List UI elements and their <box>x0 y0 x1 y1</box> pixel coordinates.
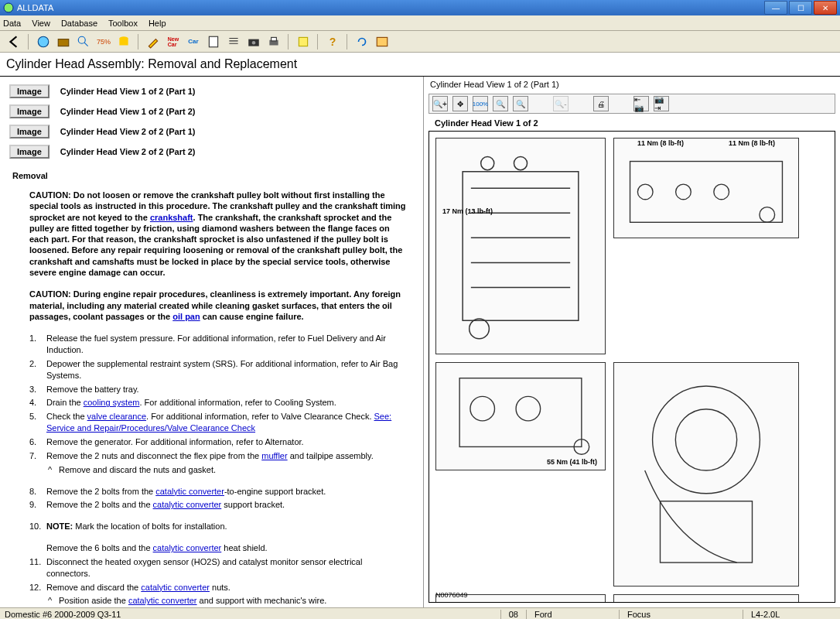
step-12-sub1: Position aside the catalytic converter a… <box>59 595 414 607</box>
prev-image-icon[interactable]: ⇤📷 <box>633 96 649 111</box>
svg-point-18 <box>637 184 653 200</box>
svg-rect-6 <box>209 36 217 47</box>
pencil-icon[interactable] <box>145 34 161 50</box>
maximize-button[interactable]: ☐ <box>789 1 812 15</box>
menu-help[interactable]: Help <box>149 19 166 28</box>
right-pane: Cylinder Head View 1 of 2 (Part 1) 🔍+ ✥ … <box>424 77 840 607</box>
menu-view[interactable]: View <box>32 19 50 28</box>
catalytic-converter-link-4[interactable]: catalytic converter <box>141 583 210 592</box>
catalytic-converter-link-2[interactable]: catalytic converter <box>153 500 222 509</box>
locator-icon[interactable] <box>374 34 390 50</box>
caution-label-2: CAUTION: <box>29 289 71 299</box>
svg-point-14 <box>470 319 490 339</box>
valve-clearance-link[interactable]: valve clearance <box>87 412 146 421</box>
folder-icon[interactable] <box>56 34 71 50</box>
lines-icon[interactable] <box>226 34 241 50</box>
svg-point-0 <box>4 3 13 12</box>
app-icon <box>3 2 14 13</box>
toolbar: 75% NewCar Car ? <box>0 31 840 53</box>
pan-icon[interactable]: ✥ <box>452 96 468 111</box>
new-car-icon[interactable]: NewCar <box>166 34 181 50</box>
image-button-4[interactable]: Image <box>9 145 50 159</box>
note-icon[interactable] <box>295 34 311 50</box>
torque-55nm: 55 Nm (41 lb-ft) <box>547 459 597 467</box>
zoom-100-icon[interactable]: 100% <box>473 96 488 111</box>
cooling-system-link[interactable]: cooling system <box>84 398 140 407</box>
caution-2: CAUTION: During engine repair procedures… <box>29 289 409 322</box>
caution-label: CAUTION: <box>29 190 71 200</box>
image-button-2[interactable]: Image <box>9 104 50 118</box>
help-icon[interactable]: ? <box>325 34 340 50</box>
step-3: Remove the battery tray. <box>46 384 414 395</box>
svg-rect-13 <box>463 172 579 320</box>
svg-point-27 <box>675 409 736 470</box>
diagram-title: Cylinder Head View 1 of 2 <box>424 115 840 131</box>
minimize-button[interactable]: — <box>764 1 787 15</box>
status-bar: Domestic #6 2000-2009 Q3-11 08 Ford Focu… <box>0 607 840 619</box>
svg-rect-2 <box>58 39 69 46</box>
image-label-4: Cylinder Head View 2 of 2 (Part 2) <box>60 147 196 156</box>
svg-rect-28 <box>661 501 753 563</box>
db-icon[interactable] <box>116 34 131 50</box>
footer-make: Ford <box>526 610 619 619</box>
image-button-1[interactable]: Image <box>9 84 50 98</box>
svg-point-20 <box>714 184 729 200</box>
catalytic-converter-link-1[interactable]: catalytic converter <box>155 487 224 496</box>
caution-1-post: . The crankshaft, the crankshaft sprocke… <box>29 213 402 277</box>
diagram-area[interactable]: 17 Nm (13 lb-ft) 11 Nm (8 lb-ft) 11 Nm (… <box>429 131 835 603</box>
zoom-in-icon[interactable]: 🔍+ <box>432 96 448 111</box>
zoom-out-icon[interactable]: 🔍- <box>553 96 569 111</box>
step-10b: Remove the 6 bolts and the catalytic con… <box>46 542 414 554</box>
menu-database[interactable]: Database <box>61 19 97 28</box>
footer-year: 08 <box>500 610 526 619</box>
svg-point-1 <box>38 36 49 47</box>
image-label-2: Cylinder Head View 1 of 2 (Part 2) <box>60 107 196 116</box>
step-8: Remove the 2 bolts from the catalytic co… <box>46 486 414 498</box>
print-icon[interactable] <box>266 34 282 50</box>
procedure-steps: 1.Release the fuel system pressure. For … <box>29 333 414 607</box>
torque-11nm-a: 11 Nm (8 lb-ft) <box>637 140 684 148</box>
removal-heading: Removal <box>12 171 414 180</box>
catalytic-converter-link-3[interactable]: catalytic converter <box>153 543 222 552</box>
step-7: Remove the 2 nuts and disconnect the fle… <box>46 450 414 462</box>
image-button-3[interactable]: Image <box>9 125 50 139</box>
menu-data[interactable]: Data <box>3 19 21 28</box>
footer-model: Focus <box>619 610 743 619</box>
next-image-icon[interactable]: 📷⇥ <box>654 96 669 111</box>
page-icon[interactable] <box>206 34 221 50</box>
oil-pan-link[interactable]: oil pan <box>172 312 200 321</box>
titlebar: ALLDATA — ☐ ✕ <box>0 0 840 15</box>
svg-rect-22 <box>459 378 582 447</box>
search-sparkle-icon[interactable] <box>76 34 91 50</box>
ratio-icon[interactable]: 75% <box>96 34 111 50</box>
step-12: Remove and discard the catalytic convert… <box>46 582 414 593</box>
refresh-icon[interactable] <box>354 34 370 50</box>
menu-toolbox[interactable]: Toolbox <box>108 19 138 28</box>
svg-point-24 <box>516 396 541 421</box>
menubar: Data View Database Toolbox Help <box>0 15 840 31</box>
car-icon[interactable]: Car <box>186 34 201 50</box>
catalytic-converter-link-5[interactable]: catalytic converter <box>128 596 197 605</box>
zoom-fit-icon[interactable]: 🔍 <box>513 96 528 111</box>
svg-rect-5 <box>119 38 128 45</box>
print-image-icon[interactable]: 🖨 <box>593 96 609 111</box>
back-icon[interactable] <box>6 34 22 50</box>
zoom-tool-icon[interactable]: 🔍 <box>493 96 508 111</box>
svg-point-3 <box>78 36 85 43</box>
step-9: Remove the 2 bolts and the catalytic con… <box>46 499 414 511</box>
step-10: NOTE: Mark the location of bolts for ins… <box>46 521 414 532</box>
muffler-link[interactable]: muffler <box>261 451 287 460</box>
window-title: ALLDATA <box>17 3 763 12</box>
footer-db: Domestic #6 2000-2009 Q3-11 <box>5 610 121 619</box>
caution-2-post: can cause engine failure. <box>200 312 304 321</box>
camera-icon[interactable] <box>246 34 261 50</box>
world-icon[interactable] <box>36 34 51 50</box>
close-button[interactable]: ✕ <box>814 1 837 15</box>
step-4: Drain the cooling system. For additional… <box>46 397 414 409</box>
svg-point-16 <box>514 157 527 170</box>
crankshaft-link[interactable]: crankshaft <box>150 213 193 222</box>
svg-point-8 <box>252 40 256 44</box>
page-title: Cylinder Head Assembly: Removal and Repl… <box>0 53 840 77</box>
window-controls: — ☐ ✕ <box>763 1 837 15</box>
svg-point-23 <box>470 396 495 421</box>
